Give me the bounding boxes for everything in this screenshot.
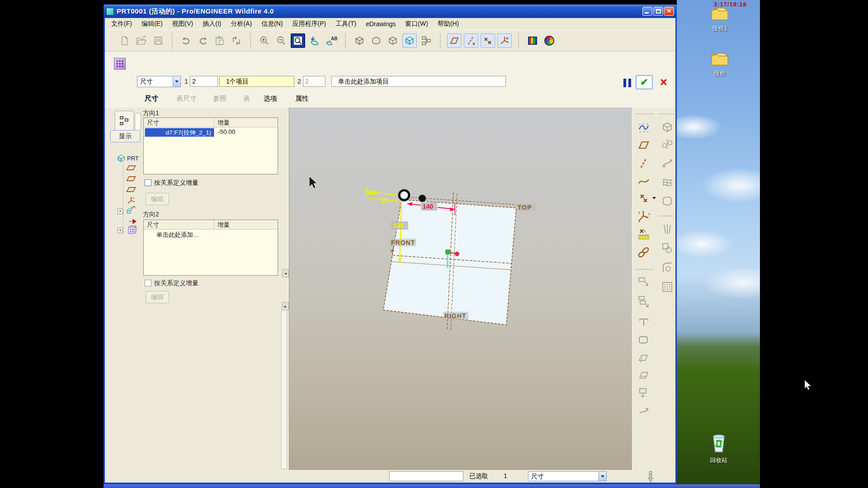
menu-info[interactable]: 信息(N) xyxy=(261,20,283,28)
desktop-icon-folder1[interactable]: 报价1 xyxy=(702,5,738,33)
undo-button[interactable] xyxy=(179,33,193,48)
blend-tool-button[interactable] xyxy=(660,175,674,189)
message-input[interactable] xyxy=(389,471,463,481)
datum-point-flyout-arrow[interactable] xyxy=(652,197,656,199)
datum-plane-tool-button[interactable] xyxy=(637,138,651,152)
model-tree-toggle-button[interactable] xyxy=(419,33,434,48)
extrude-tool-button[interactable] xyxy=(660,120,674,134)
dimension-value-width[interactable]: 140 xyxy=(423,203,434,210)
menu-edit[interactable]: 编辑(E) xyxy=(142,20,163,28)
tree-csys-item[interactable] xyxy=(127,196,136,205)
round-tool-button[interactable] xyxy=(660,261,674,275)
tree-insert-here-marker[interactable] xyxy=(128,218,137,225)
zoom-in-button[interactable] xyxy=(257,33,272,48)
menu-edrawings[interactable]: eDrawings xyxy=(366,20,396,28)
layer-tree-tab[interactable] xyxy=(135,113,141,131)
datum-curve-tool-button[interactable] xyxy=(637,174,651,188)
paste-button[interactable] xyxy=(212,33,227,48)
sweep-tool-button[interactable] xyxy=(660,156,674,170)
wireframe-button[interactable] xyxy=(352,33,367,48)
tree-datum-plane-item[interactable] xyxy=(127,176,135,181)
refit-button[interactable] xyxy=(307,33,322,48)
regenerate-button[interactable] xyxy=(229,33,244,48)
tree-datum-plane-item[interactable] xyxy=(127,187,135,192)
publish-geometry-button[interactable] xyxy=(637,295,651,308)
csys-tool-button[interactable]: yzx xyxy=(637,210,651,223)
copy-link-tool-button[interactable] xyxy=(637,246,651,259)
close-button[interactable]: × xyxy=(664,7,674,16)
combobox-arrow-button[interactable] xyxy=(599,472,606,481)
project-button[interactable] xyxy=(637,386,651,399)
appearance-button[interactable] xyxy=(542,33,557,48)
pause-button[interactable] xyxy=(620,77,634,89)
title-bar[interactable]: PRT0001 (活动的) - Pro/ENGINEER Wildfire 4.… xyxy=(104,5,677,18)
selected-dimension-cell[interactable]: d7:F7(拉伸_2_1) xyxy=(145,128,214,137)
pattern-tool-button[interactable] xyxy=(660,280,674,294)
direction2-table[interactable]: 尺寸 增量 单击此处添加... xyxy=(143,220,278,276)
dimension-value-yellow-a[interactable]: 180 xyxy=(366,189,377,196)
direction1-table[interactable]: 尺寸 增量 d7:F7(拉伸_2_1) -50.00 xyxy=(143,117,278,174)
tree-extrude-item[interactable] xyxy=(126,205,137,215)
copy-geometry-button[interactable] xyxy=(637,276,651,289)
menu-file[interactable]: 文件(F) xyxy=(111,20,132,28)
increment-cell[interactable]: -50.00 xyxy=(214,127,235,137)
open-file-button[interactable] xyxy=(134,33,149,48)
tab-table[interactable]: 表 xyxy=(243,94,250,103)
minimize-button[interactable] xyxy=(642,7,652,16)
relation-checkbox-dir1[interactable] xyxy=(145,179,151,186)
tree-pattern-item[interactable] xyxy=(127,225,137,235)
show-button[interactable]: 显示 xyxy=(110,130,140,142)
shaded-button[interactable] xyxy=(402,33,417,48)
table-row[interactable]: d7:F7(拉伸_2_1) -50.00 xyxy=(144,127,278,137)
zoom-out-button[interactable] xyxy=(274,33,288,48)
direction1-items-field[interactable]: 1个项目 xyxy=(219,76,294,87)
tab-table-dimensions[interactable]: 表尺寸 xyxy=(176,94,197,103)
zoom-window-button[interactable] xyxy=(291,33,305,48)
datum-plane-display-toggle[interactable] xyxy=(447,33,462,48)
shrinkwrap-button[interactable] xyxy=(637,315,651,329)
tab-references[interactable]: 参照 xyxy=(213,94,226,103)
drag-handle-dot[interactable] xyxy=(419,195,426,202)
menu-window[interactable]: 窗口(W) xyxy=(405,20,428,28)
dimension-value-height[interactable]: 138 xyxy=(393,222,404,229)
direction-point-red[interactable] xyxy=(455,252,459,256)
datum-point-tool-button[interactable] xyxy=(637,192,651,205)
menu-applications[interactable]: 应用程序(P) xyxy=(292,20,326,28)
tree-root-item[interactable]: PRT xyxy=(117,155,139,162)
expand-panel-button[interactable]: ► xyxy=(282,302,289,310)
cancel-button[interactable]: × xyxy=(656,75,671,89)
datum-point-display-toggle[interactable] xyxy=(481,33,495,48)
revolve-tool-button[interactable] xyxy=(660,137,674,151)
direction2-add-items-field[interactable]: 单击此处添加项目 xyxy=(331,76,506,87)
panel-scrollbar[interactable] xyxy=(281,310,287,469)
wrap-button[interactable] xyxy=(637,404,651,418)
confirm-button[interactable]: ✔ xyxy=(636,75,653,89)
datum-axis-display-toggle[interactable] xyxy=(464,33,478,48)
relation-checkbox-dir2[interactable] xyxy=(145,280,151,286)
hole-tool-button[interactable] xyxy=(660,241,674,255)
pattern-type-combobox[interactable]: 尺寸 xyxy=(137,76,181,87)
desktop-icon-folder2[interactable]: 报价 xyxy=(702,51,738,78)
hidden-line-button[interactable] xyxy=(369,33,383,48)
csys-display-toggle[interactable] xyxy=(497,33,512,48)
solidify-button[interactable] xyxy=(637,333,651,347)
graphics-viewport[interactable]: 180 20 138 140 xyxy=(289,108,632,470)
combobox-arrow-button[interactable] xyxy=(173,76,180,87)
tab-dimensions[interactable]: 尺寸 xyxy=(145,94,158,103)
menu-tools[interactable]: 工具(T) xyxy=(335,20,356,28)
new-file-button[interactable] xyxy=(118,33,132,48)
draft-tool-button[interactable] xyxy=(660,222,674,236)
menu-analysis[interactable]: 分析(A) xyxy=(231,20,252,28)
tree-datum-plane-item[interactable] xyxy=(127,165,135,170)
add-dimension-cell[interactable]: 单击此处添加... xyxy=(144,230,198,239)
tree-expand-button[interactable]: + xyxy=(118,209,123,214)
offset-button[interactable] xyxy=(637,352,651,365)
model-tree-tab[interactable] xyxy=(115,111,134,131)
style-tool-button[interactable] xyxy=(637,121,651,135)
tab-options[interactable]: 选项 xyxy=(264,94,277,103)
restore-button[interactable] xyxy=(653,7,663,16)
collapse-panel-button[interactable]: ◄ xyxy=(282,269,289,277)
menu-insert[interactable]: 插入(I) xyxy=(203,20,221,28)
menu-help[interactable]: 帮助(H) xyxy=(438,20,459,28)
dimension-value-yellow-b[interactable]: 20 xyxy=(381,197,388,204)
